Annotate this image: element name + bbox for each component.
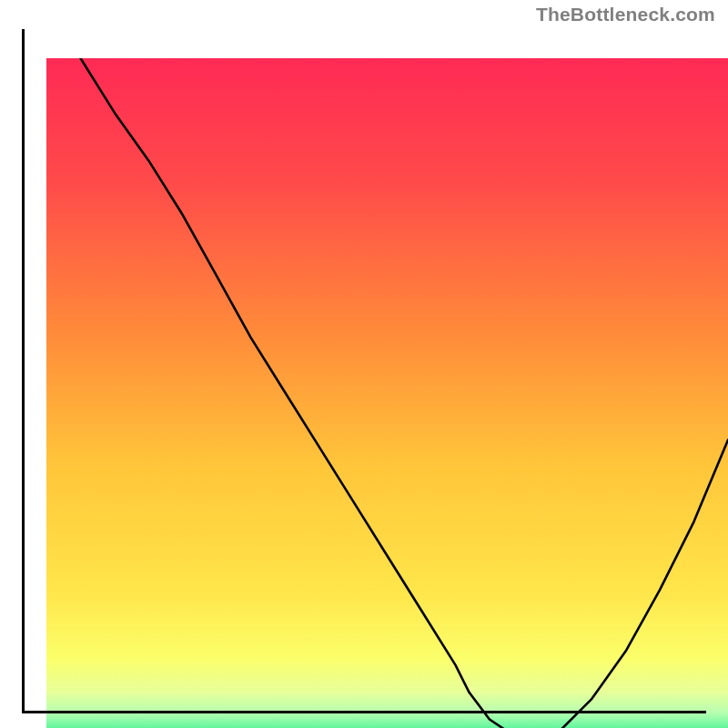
background-gradient — [46, 58, 728, 728]
plot-area — [22, 29, 706, 713]
y-axis — [22, 29, 25, 713]
svg-rect-0 — [46, 58, 728, 728]
attribution-label: TheBottleneck.com — [536, 4, 715, 25]
chart-container: TheBottleneck.com — [0, 0, 728, 728]
x-axis — [22, 711, 706, 713]
